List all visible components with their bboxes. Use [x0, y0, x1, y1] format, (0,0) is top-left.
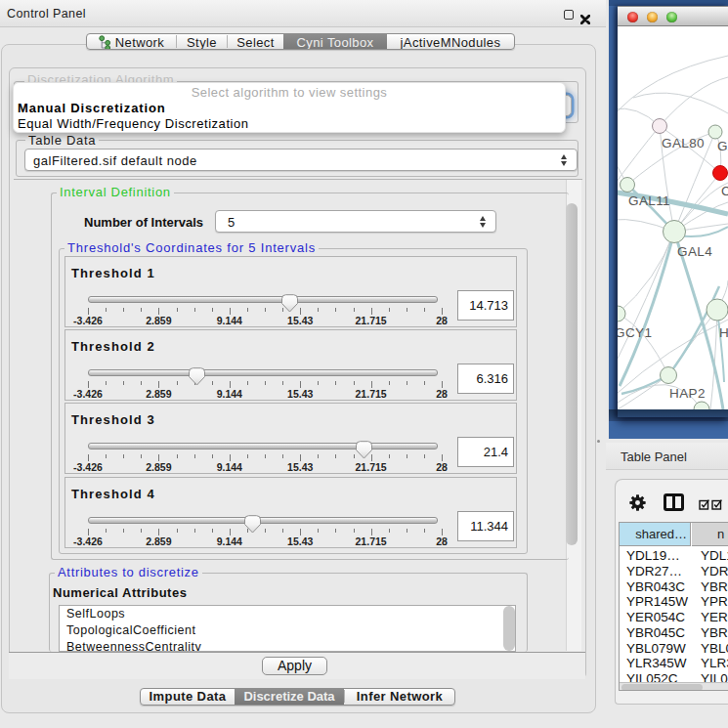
svg-text:C: C — [721, 184, 728, 198]
svg-text:GAL80: GAL80 — [662, 136, 705, 150]
svg-text:HAP2: HAP2 — [669, 386, 706, 401]
svg-text:GCY1: GCY1 — [618, 325, 652, 340]
svg-text:GA: GA — [717, 139, 728, 153]
svg-text:GAL11: GAL11 — [628, 193, 670, 208]
svg-text:HI: HI — [719, 325, 728, 340]
svg-text:GAL4: GAL4 — [677, 244, 712, 259]
